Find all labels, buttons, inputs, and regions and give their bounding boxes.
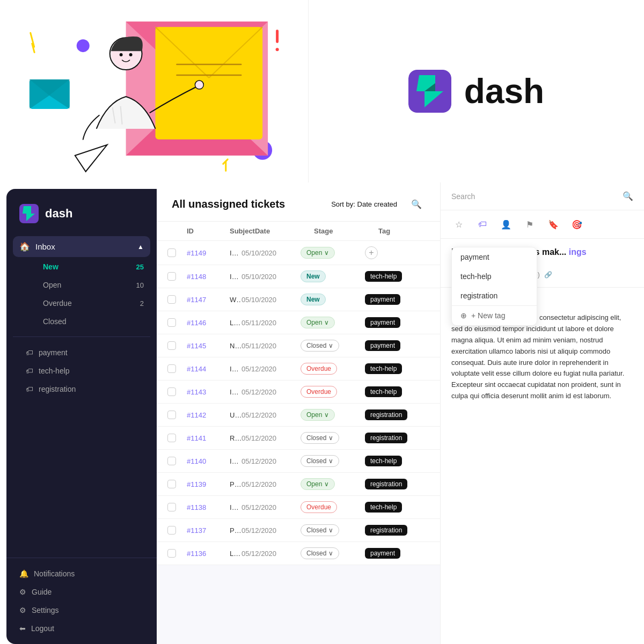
row-checkbox[interactable] bbox=[167, 248, 176, 257]
stage-badge[interactable]: Open ∨ bbox=[301, 409, 335, 421]
table-row[interactable]: #1148 I cannot get the link for the... 0… bbox=[157, 265, 440, 288]
row-checkbox[interactable] bbox=[167, 503, 176, 511]
dropdown-item-techhelp[interactable]: tech-help bbox=[452, 267, 537, 286]
row-checkbox[interactable] bbox=[167, 457, 176, 465]
table-row[interactable]: #1142 Unable to register for event 05/12… bbox=[157, 404, 440, 427]
sidebar-item-guide[interactable]: ⚙ Guide bbox=[13, 583, 150, 601]
ticket-id[interactable]: #1140 bbox=[187, 457, 230, 465]
ticket-id[interactable]: #1137 bbox=[187, 526, 230, 535]
right-search-header: Search 🔍 bbox=[441, 182, 644, 210]
ticket-id[interactable]: #1138 bbox=[187, 503, 230, 511]
dropdown-item-registration[interactable]: registration bbox=[452, 286, 537, 305]
stage-badge[interactable]: Overdue bbox=[301, 386, 337, 398]
sidebar-item-open[interactable]: Open 10 bbox=[36, 276, 150, 294]
row-checkbox[interactable] bbox=[167, 318, 176, 327]
person-icon-btn[interactable]: 👤 bbox=[499, 217, 514, 232]
right-panel: Search 🔍 ☆ 🏷 👤 ⚑ 🔖 🎯 I am having problem… bbox=[440, 182, 644, 644]
sidebar-item-settings[interactable]: ⚙ Settings bbox=[13, 601, 150, 619]
sidebar-tag-techhelp[interactable]: 🏷 tech-help bbox=[19, 362, 144, 380]
stage-badge[interactable]: Closed ∨ bbox=[301, 340, 339, 352]
tag-badge: registration bbox=[365, 433, 407, 443]
row-checkbox[interactable] bbox=[167, 295, 176, 304]
bookmark-icon-btn[interactable]: 🔖 bbox=[546, 217, 561, 232]
stage-badge[interactable]: Open ∨ bbox=[301, 247, 335, 259]
flag-icon-btn[interactable]: ⚑ bbox=[522, 217, 537, 232]
dash-logo-icon bbox=[408, 70, 451, 113]
sidebar-item-logout[interactable]: ⬅ Logout bbox=[13, 619, 150, 638]
table-row[interactable]: #1146 Link payment error 05/11/2020 Open… bbox=[157, 311, 440, 334]
tag-badge: payment bbox=[365, 548, 400, 559]
row-checkbox[interactable] bbox=[167, 434, 176, 442]
table-header: ID Subject Date Stage Tag bbox=[157, 222, 440, 241]
dropdown-new-tag[interactable]: ⊕ + New tag bbox=[452, 306, 537, 325]
row-checkbox[interactable] bbox=[167, 387, 176, 396]
ticket-id[interactable]: #1144 bbox=[187, 365, 230, 373]
table-row[interactable]: #1149 I am having problems mak... 05/10/… bbox=[157, 241, 440, 265]
stage-badge[interactable]: New bbox=[301, 270, 326, 282]
header-checkbox bbox=[167, 227, 187, 235]
sidebar-item-inbox[interactable]: 🏠 Inbox ▲ bbox=[13, 236, 150, 257]
sidebar-tag-registration[interactable]: 🏷 registration bbox=[19, 380, 144, 398]
row-checkbox[interactable] bbox=[167, 272, 176, 281]
table-row[interactable]: #1138 I am having problems mak... 05/12/… bbox=[157, 496, 440, 519]
sidebar-tags: 🏷 payment 🏷 tech-help 🏷 registration bbox=[13, 343, 150, 398]
stage-badge[interactable]: Open ∨ bbox=[301, 478, 335, 490]
tag-badge: tech-help bbox=[365, 456, 402, 466]
table-row[interactable]: #1137 Problems enter my details in... 05… bbox=[157, 519, 440, 542]
search-button[interactable]: 🔍 bbox=[408, 195, 425, 213]
table-row[interactable]: #1147 Will I get a payment receipt... 05… bbox=[157, 288, 440, 311]
target-icon-btn[interactable]: 🎯 bbox=[569, 217, 584, 232]
ticket-id[interactable]: #1139 bbox=[187, 480, 230, 488]
ticket-id[interactable]: #1145 bbox=[187, 342, 230, 350]
stage-badge[interactable]: Overdue bbox=[301, 501, 337, 513]
ticket-subject: Unable to register for event bbox=[230, 411, 241, 419]
ticket-id[interactable]: #1142 bbox=[187, 411, 230, 419]
sidebar-item-new[interactable]: New 25 bbox=[36, 258, 150, 275]
ticket-id[interactable]: #1136 bbox=[187, 550, 230, 558]
table-row[interactable]: #1141 Registration error 05/12/2020 Clos… bbox=[157, 427, 440, 450]
row-checkbox[interactable] bbox=[167, 364, 176, 373]
logo-text: dash bbox=[464, 71, 544, 111]
illustration-panel bbox=[0, 0, 309, 182]
stage-badge[interactable]: New bbox=[301, 294, 326, 305]
right-search-placeholder[interactable]: Search bbox=[451, 192, 614, 201]
stage-badge[interactable]: Closed ∨ bbox=[301, 547, 339, 559]
ticket-id[interactable]: #1143 bbox=[187, 388, 230, 396]
ticket-subject: I cannot get the link for the... bbox=[230, 273, 241, 281]
ticket-id[interactable]: #1141 bbox=[187, 434, 230, 442]
sort-by-label: Sort by: Date created bbox=[331, 200, 397, 208]
ticket-id[interactable]: #1147 bbox=[187, 296, 230, 304]
star-icon-btn[interactable]: ☆ bbox=[451, 217, 466, 232]
ticket-id[interactable]: #1149 bbox=[187, 249, 230, 257]
table-row[interactable]: #1144 I am having problems mak... 05/12/… bbox=[157, 357, 440, 380]
dropdown-item-payment[interactable]: payment bbox=[452, 247, 537, 267]
ticket-id[interactable]: #1146 bbox=[187, 319, 230, 327]
row-checkbox[interactable] bbox=[167, 480, 176, 488]
link-icon: 🔗 bbox=[544, 271, 552, 279]
stage-badge[interactable]: Overdue bbox=[301, 363, 337, 375]
right-action-icons: ☆ 🏷 👤 ⚑ 🔖 🎯 bbox=[441, 210, 644, 239]
sidebar-item-notifications[interactable]: 🔔 Notifications bbox=[13, 565, 150, 583]
sidebar-item-overdue[interactable]: Overdue 2 bbox=[36, 295, 150, 312]
logout-icon: ⬅ bbox=[19, 624, 26, 633]
sidebar-tag-payment[interactable]: 🏷 payment bbox=[19, 343, 144, 362]
table-row[interactable]: #1143 I cannot get the link for the... 0… bbox=[157, 380, 440, 404]
row-checkbox[interactable] bbox=[167, 411, 176, 419]
ticket-date: 05/12/2020 bbox=[241, 526, 301, 535]
row-checkbox[interactable] bbox=[167, 549, 176, 558]
sidebar-item-closed[interactable]: Closed bbox=[36, 313, 150, 330]
stage-badge[interactable]: Open ∨ bbox=[301, 317, 335, 328]
table-row[interactable]: #1145 No payment link received 05/11/202… bbox=[157, 334, 440, 357]
stage-badge[interactable]: Closed ∨ bbox=[301, 455, 339, 467]
table-row[interactable]: #1139 Problems enter my details in... 05… bbox=[157, 473, 440, 496]
add-tag-button[interactable]: + bbox=[365, 246, 378, 259]
table-row[interactable]: #1136 Link payment error 05/12/2020 Clos… bbox=[157, 542, 440, 565]
sidebar-navigation: 🏠 Inbox ▲ New 25 Open 10 Overdue 2 bbox=[6, 236, 157, 558]
ticket-id[interactable]: #1148 bbox=[187, 273, 230, 281]
row-checkbox[interactable] bbox=[167, 526, 176, 535]
stage-badge[interactable]: Closed ∨ bbox=[301, 524, 339, 536]
stage-badge[interactable]: Closed ∨ bbox=[301, 432, 339, 444]
table-row[interactable]: #1140 I am having problems mak... 05/12/… bbox=[157, 450, 440, 473]
row-checkbox[interactable] bbox=[167, 341, 176, 350]
tag-icon-btn[interactable]: 🏷 bbox=[475, 217, 490, 232]
